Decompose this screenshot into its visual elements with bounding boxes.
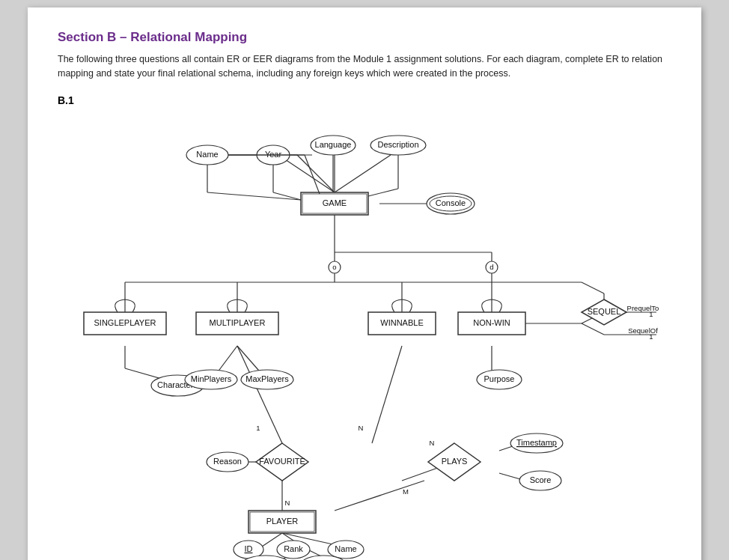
nonwin-entity-label: NON-WIN xyxy=(473,317,510,326)
svg-line-24 xyxy=(582,323,604,335)
rank-attr: Rank xyxy=(284,544,303,553)
svg-line-79 xyxy=(368,189,398,196)
plays-label: PLAYS xyxy=(442,456,468,465)
score-attr: Score xyxy=(530,475,552,484)
id-attr: ID xyxy=(245,544,253,553)
multiplayer-entity-label: MULTIPLAYER xyxy=(210,317,266,326)
purpose-attr: Purpose xyxy=(484,374,515,383)
minplayers-attr: MinPlayers xyxy=(191,374,232,383)
card-m-plays: M xyxy=(403,487,409,495)
name-attr: Name xyxy=(196,149,218,158)
svg-line-31 xyxy=(372,346,402,443)
b1-label: B.1 xyxy=(58,94,671,106)
console-attr: Console xyxy=(436,198,466,207)
card-1-fav: 1 xyxy=(256,423,260,431)
sequelof-one: 1 xyxy=(649,332,653,340)
prequelto-label: PrequelTo xyxy=(627,303,659,311)
year-attr: Year xyxy=(265,149,282,158)
language-attr: Language xyxy=(315,139,352,148)
singleplayer-entity-label: SINGLEPLAYER xyxy=(94,317,156,326)
card-n-player: N xyxy=(285,498,290,506)
timestamp-attr: Timestamp xyxy=(516,437,557,446)
reason-attr: Reason xyxy=(213,456,242,465)
game-entity-label: GAME xyxy=(323,198,347,207)
d-marker: d xyxy=(489,262,493,270)
maxplayers-attr: MaxPlayers xyxy=(245,374,289,383)
section-title: Section B – Relational Mapping xyxy=(58,30,671,45)
o-marker: o xyxy=(332,262,336,270)
sequelof-label: SequelOf xyxy=(628,326,658,334)
prequelto-one: 1 xyxy=(649,309,653,317)
winnable-entity-label: WINNABLE xyxy=(380,317,423,326)
card-n-fav: N xyxy=(359,423,364,431)
svg-line-1 xyxy=(297,155,335,192)
svg-line-4 xyxy=(335,155,391,192)
sequel-entity-label: SEQUEL xyxy=(588,306,621,315)
description-attr: Description xyxy=(377,139,418,148)
card-n-plays: N xyxy=(430,438,435,446)
svg-line-26 xyxy=(582,282,604,293)
player-entity-label: PLAYER xyxy=(266,516,299,525)
section-description: The following three questions all contai… xyxy=(58,52,671,81)
svg-line-36 xyxy=(335,481,424,511)
er-diagram: GAME SINGLEPLAYER MULTIPLAYER WINNABLE N… xyxy=(58,114,671,556)
page: Section B – Relational Mapping The follo… xyxy=(28,7,701,560)
player-name-attr: Name xyxy=(335,544,356,553)
favourite-label: FAVOURITE xyxy=(259,456,305,465)
